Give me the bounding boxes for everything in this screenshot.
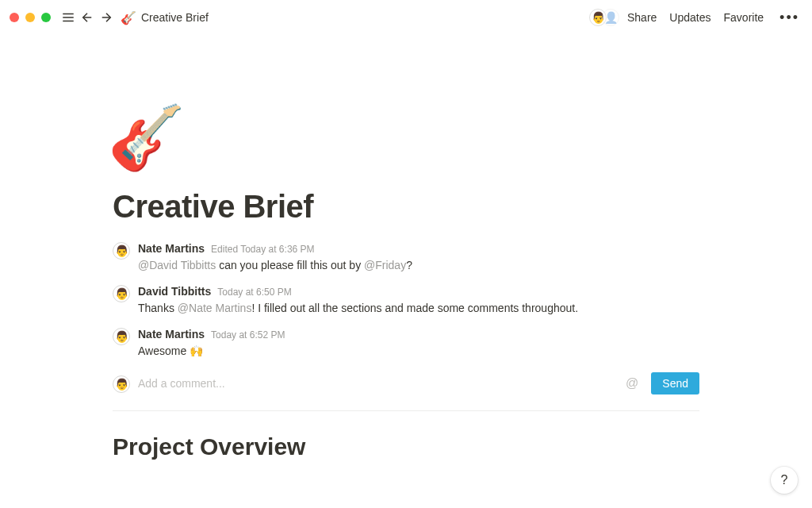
help-button[interactable]: ? [771, 467, 798, 494]
updates-button[interactable]: Updates [669, 11, 710, 24]
comments-section: 👨Nate MartinsEdited Today at 6:36 PM@Dav… [113, 236, 699, 411]
presence-avatar: 👤 [602, 9, 619, 26]
page-content: 🎸 Creative Brief 👨Nate MartinsEdited Tod… [113, 35, 699, 460]
comment[interactable]: 👨Nate MartinsToday at 6:52 PMAwesome 🙌 [113, 321, 699, 364]
text-span: Thanks [138, 302, 178, 314]
section-heading[interactable]: Project Overview [113, 433, 699, 460]
topbar: 🎸 Creative Brief 👨 👤 Share Updates Favor… [0, 0, 812, 35]
maximize-window-button[interactable] [41, 13, 51, 22]
avatar: 👨 [113, 242, 130, 260]
comment-composer: 👨 @ Send [113, 364, 699, 406]
comment-text: Awesome 🙌 [138, 343, 699, 360]
send-button[interactable]: Send [651, 372, 699, 394]
comment-text: Thanks @Nate Martins! I filled out all t… [138, 300, 699, 317]
top-actions: Share Updates Favorite ••• [627, 10, 802, 26]
comment-body: Nate MartinsEdited Today at 6:36 PM@Davi… [138, 241, 699, 274]
forward-button[interactable] [97, 8, 116, 27]
comment-author: Nate Martins [138, 326, 205, 343]
page-icon[interactable]: 🎸 [108, 106, 185, 168]
breadcrumb[interactable]: 🎸 Creative Brief [121, 10, 209, 25]
text-span: ? [406, 259, 412, 271]
breadcrumb-icon: 🎸 [121, 10, 136, 25]
text-span: Awesome 🙌 [138, 344, 203, 357]
menu-icon[interactable] [59, 8, 78, 27]
text-span: can you please fill this out by [216, 259, 364, 271]
comment-body: David TibbittsToday at 6:50 PMThanks @Na… [138, 283, 699, 317]
comment-timestamp: Today at 6:50 PM [217, 285, 291, 299]
avatar: 👨 [113, 285, 130, 302]
mention[interactable]: @Nate Martins [178, 302, 252, 314]
comment[interactable]: 👨Nate MartinsEdited Today at 6:36 PM@Dav… [113, 236, 699, 279]
window-traffic-lights [10, 13, 51, 22]
back-button[interactable] [78, 8, 97, 27]
breadcrumb-title: Creative Brief [141, 11, 209, 24]
comment-text: @David Tibbitts can you please fill this… [138, 257, 699, 274]
mention-button[interactable]: @ [621, 376, 643, 391]
avatar: 👨 [113, 328, 130, 345]
share-button[interactable]: Share [627, 11, 657, 24]
comment[interactable]: 👨David TibbittsToday at 6:50 PMThanks @N… [113, 279, 699, 321]
presence-avatars[interactable]: 👨 👤 [589, 9, 619, 26]
composer-avatar: 👨 [113, 375, 130, 393]
comment-timestamp: Today at 6:52 PM [211, 328, 285, 342]
more-menu-icon[interactable]: ••• [776, 10, 802, 26]
mention[interactable]: @David Tibbitts [138, 259, 216, 271]
comment-author: Nate Martins [138, 241, 205, 257]
minimize-window-button[interactable] [25, 13, 35, 22]
favorite-button[interactable]: Favorite [724, 11, 764, 24]
comment-author: David Tibbitts [138, 283, 211, 300]
comment-timestamp: Edited Today at 6:36 PM [211, 242, 315, 256]
text-span: ! I filled out all the sections and made… [251, 302, 578, 314]
close-window-button[interactable] [10, 13, 19, 22]
comment-body: Nate MartinsToday at 6:52 PMAwesome 🙌 [138, 326, 699, 360]
comment-input[interactable] [138, 377, 613, 390]
mention[interactable]: @Friday [364, 259, 406, 271]
page-title[interactable]: Creative Brief [113, 189, 699, 225]
